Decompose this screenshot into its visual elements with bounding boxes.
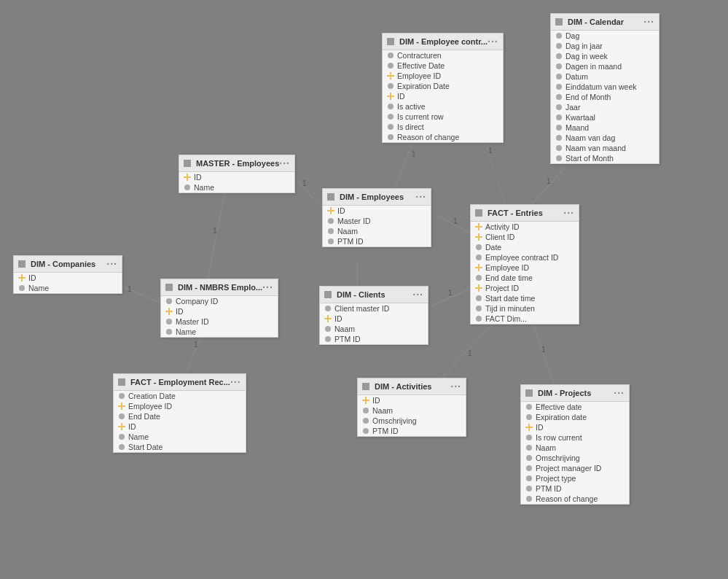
table-row: Is current row — [383, 112, 503, 122]
table-row: Naam — [358, 405, 466, 416]
table-header-dim_companies[interactable]: DIM - Companies··· — [14, 256, 122, 273]
field-label: Omschrijving — [372, 416, 417, 425]
svg-text:1: 1 — [213, 227, 217, 235]
table-row: Is active — [383, 101, 503, 112]
field-label: Employee ID — [485, 263, 529, 272]
table-menu-dots-dim_projects[interactable]: ··· — [614, 387, 625, 399]
table-row: Name — [179, 182, 294, 193]
field-label: Client ID — [485, 233, 514, 241]
field-label: Kwartaal — [565, 113, 595, 122]
table-master_employees[interactable]: MASTER - Employees···IDName — [179, 155, 295, 193]
field-label: Creation Date — [128, 392, 176, 400]
table-row: ID — [323, 206, 431, 216]
table-icon-master_employees — [184, 160, 191, 167]
table-header-fact_employment[interactable]: FACT - Employment Rec...··· — [114, 374, 246, 391]
field-label: Date — [485, 243, 501, 252]
table-menu-dots-dim_activities[interactable]: ··· — [450, 381, 461, 392]
table-title-text-dim_employees: DIM - Employees — [340, 193, 404, 201]
table-menu-dots-master_employees[interactable]: ··· — [279, 158, 290, 169]
field-label: ID — [337, 206, 345, 215]
table-icon-dim_employee_contract — [387, 38, 394, 45]
field-label: Project ID — [485, 284, 519, 292]
table-title-master_employees: MASTER - Employees — [184, 159, 279, 168]
field-icon — [388, 104, 394, 109]
svg-text:1: 1 — [468, 349, 472, 357]
table-row: Creation Date — [114, 391, 246, 401]
table-icon-dim_employees — [327, 193, 334, 201]
field-icon — [388, 134, 394, 140]
table-header-master_employees[interactable]: MASTER - Employees··· — [179, 155, 294, 172]
table-dim_employees[interactable]: DIM - Employees···IDMaster IDNaamPTM ID — [322, 188, 431, 247]
field-label: Is row current — [536, 433, 582, 442]
field-icon — [166, 298, 172, 304]
table-fact_entries[interactable]: FACT - Entries···Activity IDClient IDDat… — [470, 204, 579, 325]
table-title-dim_calendar: DIM - Calendar — [555, 18, 624, 26]
field-icon — [325, 326, 331, 332]
table-title-dim_employees: DIM - Employees — [327, 193, 404, 201]
table-header-dim_nmbrs[interactable]: DIM - NMBRS Emplo...··· — [161, 279, 278, 296]
field-label: Start Date — [128, 443, 163, 451]
table-row: Effective date — [521, 402, 629, 412]
field-icon — [19, 285, 25, 291]
table-row: Project type — [521, 473, 629, 483]
table-dim_projects[interactable]: DIM - Projects···Effective dateExpiratio… — [520, 384, 630, 505]
table-menu-dots-dim_nmbrs[interactable]: ··· — [262, 281, 273, 293]
svg-text:1: 1 — [488, 147, 493, 155]
field-label: Naam van maand — [565, 144, 626, 152]
table-title-dim_clients: DIM - Clients — [324, 290, 385, 299]
table-row: ID — [521, 422, 629, 432]
table-title-text-dim_employee_contract: DIM - Employee contr... — [399, 37, 488, 46]
table-header-dim_clients[interactable]: DIM - Clients··· — [320, 287, 428, 303]
table-menu-dots-dim_employees[interactable]: ··· — [415, 191, 426, 203]
field-icon — [556, 84, 562, 90]
table-menu-dots-dim_clients[interactable]: ··· — [412, 289, 423, 300]
field-label: Einddatum van week — [565, 82, 636, 91]
field-label: PTM ID — [337, 237, 364, 246]
table-row: Start date time — [471, 293, 579, 303]
table-dim_calendar[interactable]: DIM - Calendar···DagDag in jaarDag in we… — [550, 13, 659, 164]
table-row: Name — [14, 283, 122, 293]
table-header-fact_entries[interactable]: FACT - Entries··· — [471, 205, 579, 222]
svg-text:1: 1 — [194, 341, 198, 349]
table-dim_employee_contract[interactable]: DIM - Employee contr...···ContracturenEf… — [382, 33, 504, 143]
field-label: Naam — [337, 227, 358, 236]
table-fact_employment[interactable]: FACT - Employment Rec...···Creation Date… — [113, 373, 246, 453]
table-header-dim_employees[interactable]: DIM - Employees··· — [323, 189, 431, 206]
svg-text:1: 1 — [541, 346, 546, 354]
table-menu-dots-fact_entries[interactable]: ··· — [563, 207, 574, 219]
table-header-dim_activities[interactable]: DIM - Activities··· — [358, 378, 466, 395]
field-label: ID — [176, 307, 184, 316]
table-dim_clients[interactable]: DIM - Clients···Client master IDIDNaamPT… — [319, 286, 428, 345]
svg-text:1: 1 — [128, 285, 132, 293]
table-menu-dots-dim_calendar[interactable]: ··· — [643, 16, 654, 28]
table-row: Employee ID — [471, 263, 579, 273]
table-title-text-fact_entries: FACT - Entries — [488, 209, 543, 217]
table-menu-dots-fact_employment[interactable]: ··· — [230, 376, 241, 388]
table-row: ID — [320, 314, 428, 324]
field-label: Dag in week — [565, 52, 608, 61]
table-row: Omschrijving — [358, 416, 466, 426]
table-menu-dots-dim_companies[interactable]: ··· — [106, 258, 117, 270]
table-header-dim_projects[interactable]: DIM - Projects··· — [521, 385, 629, 402]
field-label: ID — [128, 422, 136, 431]
table-row: End Date — [114, 411, 246, 421]
table-row: Dag in week — [551, 51, 659, 61]
field-icon — [556, 114, 562, 120]
field-icon — [526, 455, 532, 461]
field-icon — [526, 414, 532, 420]
field-icon — [526, 475, 532, 481]
table-row: PTM ID — [323, 236, 431, 246]
field-label: ID — [28, 273, 36, 282]
table-menu-dots-dim_employee_contract[interactable]: ··· — [488, 36, 498, 47]
key-icon — [324, 315, 332, 322]
svg-text:1: 1 — [412, 150, 416, 158]
key-icon — [475, 233, 482, 241]
table-header-dim_calendar[interactable]: DIM - Calendar··· — [551, 14, 659, 31]
field-icon — [388, 83, 394, 89]
table-header-dim_employee_contract[interactable]: DIM - Employee contr...··· — [383, 34, 503, 50]
table-dim_nmbrs[interactable]: DIM - NMBRS Emplo...···Company IDIDMaste… — [160, 279, 278, 338]
table-dim_activities[interactable]: DIM - Activities···IDNaamOmschrijvingPTM… — [357, 378, 466, 437]
table-dim_companies[interactable]: DIM - Companies···IDName — [13, 255, 122, 294]
field-label: Employee ID — [128, 402, 172, 411]
field-icon — [526, 486, 532, 491]
